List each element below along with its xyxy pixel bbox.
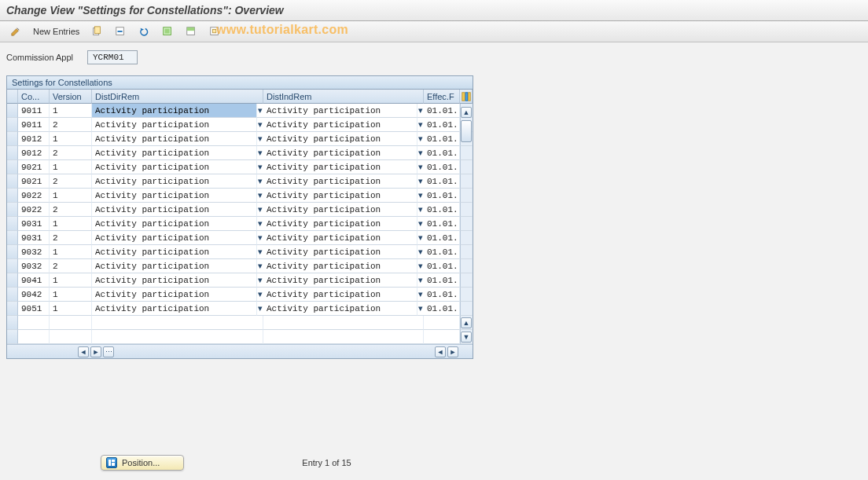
cell-distindrem[interactable]: Activity participation (263, 273, 417, 288)
cell-distindrem[interactable]: Activity participation (263, 288, 417, 302)
cell-effec[interactable]: 01.01. (424, 118, 460, 132)
cell-distindrem[interactable]: Activity participation (263, 174, 417, 189)
cell-co[interactable]: 9012 (18, 132, 50, 146)
cell-distindrem[interactable]: Activity participation (263, 203, 417, 217)
scroll-down-button[interactable]: ▼ (461, 332, 472, 343)
cell-distdirrem[interactable]: Activity participation (92, 174, 257, 189)
cell-distindrem[interactable] (263, 330, 424, 344)
row-selector[interactable] (7, 146, 18, 160)
cell-distindrem[interactable]: Activity participation (263, 245, 417, 259)
cell-effec[interactable]: 01.01. (424, 132, 460, 146)
hscroll-left-button[interactable]: ◄ (78, 346, 89, 357)
row-selector[interactable] (7, 316, 18, 330)
cell-distdirrem[interactable]: Activity participation (92, 160, 257, 174)
cell-version[interactable]: 1 (50, 288, 92, 302)
cell-distdirrem[interactable]: Activity participation (92, 146, 257, 160)
row-selector[interactable] (7, 231, 18, 245)
cell-distdirrem[interactable]: Activity participation (92, 132, 257, 146)
col-header-distindrem[interactable]: DistIndRem (263, 90, 424, 104)
select-all-icon[interactable] (158, 24, 177, 39)
cell-distindrem[interactable]: Activity participation (263, 104, 417, 118)
scroll-up-button[interactable]: ▲ (461, 107, 472, 118)
cell-co[interactable]: 9042 (18, 288, 50, 302)
cell-distindrem[interactable]: Activity participation (263, 231, 417, 245)
row-selector[interactable] (7, 132, 18, 146)
hscroll-right-left-button[interactable]: ◄ (435, 346, 446, 357)
cell-effec[interactable] (424, 330, 460, 344)
cell-version[interactable]: 2 (50, 231, 92, 245)
cell-version[interactable]: 2 (50, 118, 92, 132)
row-selector[interactable] (7, 174, 18, 189)
cell-effec[interactable]: 01.01. (424, 302, 460, 316)
cell-co[interactable]: 9021 (18, 174, 50, 189)
cell-co[interactable]: 9011 (18, 104, 50, 118)
cell-distindrem[interactable] (263, 316, 424, 330)
scroll-down-step-button[interactable]: ▲ (461, 317, 472, 328)
cell-co[interactable]: 9022 (18, 189, 50, 203)
cell-distindrem[interactable]: Activity participation (263, 160, 417, 174)
cell-effec[interactable]: 01.01. (424, 217, 460, 231)
delete-icon[interactable] (111, 24, 130, 39)
cell-co[interactable]: 9022 (18, 203, 50, 217)
cell-version[interactable]: 1 (50, 104, 92, 118)
cell-distdirrem[interactable]: Activity participation (92, 118, 257, 132)
cell-effec[interactable]: 01.01. (424, 231, 460, 245)
cell-co[interactable]: 9032 (18, 245, 50, 259)
cell-version[interactable] (50, 316, 92, 330)
col-header-co[interactable]: Co... (18, 90, 50, 104)
cell-distdirrem[interactable]: Activity participation (92, 273, 257, 288)
cell-version[interactable]: 1 (50, 302, 92, 316)
cell-version[interactable]: 1 (50, 160, 92, 174)
configure-columns-icon[interactable] (460, 90, 473, 104)
cell-distdirrem[interactable]: Activity participation (92, 189, 257, 203)
cell-effec[interactable]: 01.01. (424, 203, 460, 217)
toggle-display-change-icon[interactable] (6, 24, 25, 39)
cell-distindrem[interactable]: Activity participation (263, 189, 417, 203)
col-header-distdirrem[interactable]: DistDirRem (92, 90, 263, 104)
cell-distindrem[interactable]: Activity participation (263, 217, 417, 231)
cell-distdirrem[interactable]: Activity participation (92, 302, 257, 316)
cell-co[interactable]: 9041 (18, 273, 50, 288)
cell-co[interactable]: 9031 (18, 217, 50, 231)
cell-co[interactable]: 9021 (18, 160, 50, 174)
position-button[interactable]: Position... (101, 455, 184, 471)
cell-version[interactable] (50, 330, 92, 344)
cell-effec[interactable]: 01.01. (424, 288, 460, 302)
row-selector-header[interactable] (7, 90, 18, 104)
cell-distdirrem[interactable]: Activity participation (92, 231, 257, 245)
hscroll-right-button[interactable]: ► (90, 346, 101, 357)
cell-distdirrem[interactable]: Activity participation (92, 245, 257, 259)
commission-appl-field[interactable] (87, 50, 138, 64)
row-selector[interactable] (7, 273, 18, 288)
new-entries-button[interactable]: New Entries (30, 25, 83, 38)
row-selector[interactable] (7, 330, 18, 344)
cell-co[interactable]: 9011 (18, 118, 50, 132)
cell-effec[interactable]: 01.01. (424, 104, 460, 118)
cell-distindrem[interactable]: Activity participation (263, 118, 417, 132)
cell-distindrem[interactable]: Activity participation (263, 146, 417, 160)
undo-change-icon[interactable] (134, 24, 153, 39)
cell-co[interactable]: 9031 (18, 231, 50, 245)
select-block-icon[interactable] (182, 24, 200, 39)
deselect-all-icon[interactable] (205, 24, 224, 39)
cell-distdirrem[interactable]: Activity participation (92, 288, 257, 302)
row-selector[interactable] (7, 118, 18, 132)
cell-distdirrem[interactable]: Activity participation (92, 217, 257, 231)
cell-co[interactable]: 9012 (18, 146, 50, 160)
vertical-scroll-thumb[interactable] (461, 120, 472, 142)
cell-co[interactable] (18, 316, 50, 330)
cell-version[interactable]: 1 (50, 245, 92, 259)
cell-distindrem[interactable]: Activity participation (263, 302, 417, 316)
cell-version[interactable]: 2 (50, 174, 92, 189)
cell-effec[interactable]: 01.01. (424, 189, 460, 203)
cell-version[interactable]: 1 (50, 273, 92, 288)
row-selector[interactable] (7, 217, 18, 231)
row-selector[interactable] (7, 245, 18, 259)
cell-effec[interactable]: 01.01. (424, 146, 460, 160)
col-header-effec[interactable]: Effec.F (424, 90, 460, 104)
hscroll-right-right-button[interactable]: ► (447, 346, 458, 357)
cell-effec[interactable]: 01.01. (424, 160, 460, 174)
row-selector[interactable] (7, 288, 18, 302)
cell-distindrem[interactable]: Activity participation (263, 132, 417, 146)
row-selector[interactable] (7, 259, 18, 273)
